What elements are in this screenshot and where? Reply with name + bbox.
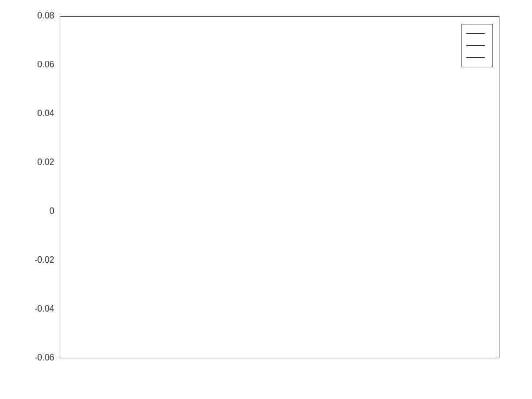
- legend-swatch-2: [466, 45, 485, 46]
- y-tick-label: -0.06: [22, 353, 54, 363]
- plot-canvas: [60, 17, 500, 359]
- chart-figure: -0.06-0.04-0.0200.020.040.060.08: [0, 0, 532, 399]
- legend-entry-3: [466, 52, 488, 64]
- legend: [461, 24, 493, 67]
- y-tick-label: 0: [22, 206, 54, 216]
- y-tick-label: 0.06: [22, 60, 54, 69]
- y-tick-label: 0.02: [22, 157, 54, 167]
- y-tick-label: 0.08: [22, 11, 54, 21]
- legend-swatch-1: [466, 33, 485, 34]
- legend-swatch-3: [466, 57, 485, 58]
- y-tick-label: -0.04: [22, 304, 54, 314]
- legend-entry-1: [466, 28, 488, 40]
- y-tick-label: -0.02: [22, 255, 54, 265]
- y-tick-label: 0.04: [22, 109, 54, 118]
- axes-area: [60, 16, 499, 358]
- legend-entry-2: [466, 40, 488, 52]
